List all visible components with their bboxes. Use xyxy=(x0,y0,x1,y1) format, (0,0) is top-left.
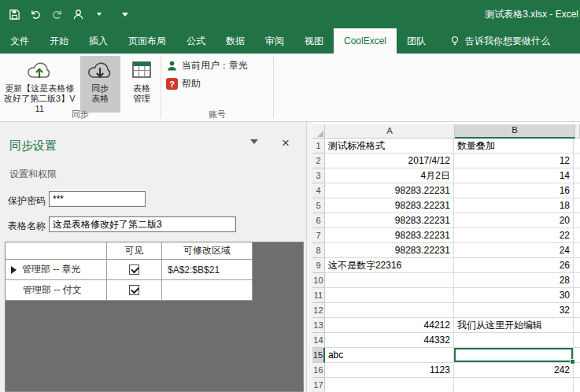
table-name-input[interactable] xyxy=(49,216,236,232)
col-header-a[interactable]: A xyxy=(325,124,455,139)
grid-cell-name[interactable]: 管理部 -- 付文 xyxy=(6,280,107,301)
tell-me-box[interactable]: 告诉我你想要做什么 xyxy=(439,28,560,54)
cell[interactable]: 测试标准格式 xyxy=(325,139,454,153)
row-header[interactable]: 3 xyxy=(312,168,325,183)
qat-customize-icon[interactable] xyxy=(119,8,131,20)
tab-coolexcel[interactable]: CoolExcel xyxy=(334,28,397,54)
row-header[interactable]: 7 xyxy=(312,228,325,243)
cell[interactable] xyxy=(325,288,454,303)
cell[interactable] xyxy=(574,273,580,288)
cell[interactable] xyxy=(574,378,580,392)
cell[interactable]: abc xyxy=(325,348,454,363)
help-button[interactable]: ? 帮助 xyxy=(166,77,273,91)
row-header[interactable]: 15 xyxy=(312,348,325,363)
tab-data[interactable]: 数据 xyxy=(216,28,255,54)
cell[interactable]: 这不是数字22316 xyxy=(325,258,454,273)
table-manage-button[interactable]: 表格管理 xyxy=(123,56,161,113)
cell[interactable] xyxy=(574,213,580,228)
cell[interactable] xyxy=(574,333,580,348)
tab-home[interactable]: 开始 xyxy=(39,28,79,54)
pane-splitter[interactable] xyxy=(307,122,312,392)
cell[interactable] xyxy=(574,153,580,168)
row-header[interactable]: 9 xyxy=(312,258,325,273)
col-header-b[interactable]: B xyxy=(455,124,575,139)
cell[interactable] xyxy=(454,333,574,348)
pane-options-button[interactable] xyxy=(250,144,258,158)
cell[interactable]: 24 xyxy=(454,243,574,258)
cell[interactable] xyxy=(574,228,580,243)
grid-cell-range[interactable]: $A$2:$B$21 xyxy=(162,260,253,280)
password-input[interactable] xyxy=(49,191,146,207)
cell[interactable]: 242 xyxy=(454,363,574,378)
tab-insert[interactable]: 插入 xyxy=(79,28,118,54)
tab-team[interactable]: 团队 xyxy=(397,28,436,54)
cell[interactable]: 1123 xyxy=(325,363,454,378)
cell[interactable] xyxy=(574,183,580,198)
row-header[interactable]: 14 xyxy=(312,333,325,348)
cell[interactable] xyxy=(574,363,580,378)
cell[interactable] xyxy=(574,139,580,153)
cell[interactable] xyxy=(574,258,580,273)
grid-cell-range[interactable] xyxy=(162,280,253,301)
row-header[interactable]: 1 xyxy=(312,139,325,153)
cell[interactable] xyxy=(325,273,454,288)
cell[interactable]: 98283.22231 xyxy=(325,228,454,243)
user-account-icon[interactable] xyxy=(72,8,84,20)
pane-close-button[interactable]: × xyxy=(279,135,293,151)
cell[interactable] xyxy=(454,378,574,392)
sync-table-button[interactable]: 同步表格 xyxy=(80,56,121,113)
row-header[interactable]: 17 xyxy=(312,378,325,392)
tab-page-layout[interactable]: 页面布局 xyxy=(118,28,176,54)
grid-cell-name[interactable]: 管理部 -- 章光 xyxy=(6,260,107,280)
cell[interactable] xyxy=(574,318,580,333)
row-header[interactable]: 8 xyxy=(312,243,325,258)
cell[interactable] xyxy=(574,303,580,318)
tab-review[interactable]: 审阅 xyxy=(255,28,294,54)
cell[interactable]: 98283.22231 xyxy=(325,183,454,198)
tab-file[interactable]: 文件 xyxy=(0,28,39,54)
cell[interactable]: 32 xyxy=(454,303,574,318)
update-table-button[interactable]: 更新【这是表格修改好了第二版3】V11 xyxy=(2,56,78,113)
row-header[interactable]: 2 xyxy=(312,153,325,168)
cell[interactable]: 我们从这里开始编辑 xyxy=(454,318,574,333)
visible-checkbox[interactable] xyxy=(129,285,139,295)
cell[interactable]: 22 xyxy=(454,228,574,243)
col-header-extra[interactable] xyxy=(575,124,580,139)
cell[interactable]: 12 xyxy=(454,153,574,168)
tab-formulas[interactable]: 公式 xyxy=(176,28,216,54)
row-header[interactable]: 6 xyxy=(312,213,325,228)
cell[interactable]: 30 xyxy=(454,288,574,303)
cell[interactable]: 20 xyxy=(454,213,574,228)
cell[interactable] xyxy=(325,303,454,318)
select-all-corner[interactable] xyxy=(312,124,325,139)
undo-icon[interactable] xyxy=(29,8,42,20)
cell[interactable]: 28 xyxy=(454,273,574,288)
cell[interactable] xyxy=(574,198,580,213)
cell[interactable]: 4月2日 xyxy=(325,168,454,183)
row-header[interactable]: 11 xyxy=(312,288,325,303)
cell[interactable]: 98283.22231 xyxy=(325,198,454,213)
save-icon[interactable] xyxy=(8,8,20,20)
cell[interactable]: 14 xyxy=(454,168,574,183)
current-user-button[interactable]: 当前用户：章光 xyxy=(166,59,273,72)
row-header[interactable]: 16 xyxy=(312,363,325,378)
cell[interactable] xyxy=(325,378,454,392)
redo-icon[interactable] xyxy=(50,8,63,20)
row-header[interactable]: 12 xyxy=(312,303,325,318)
cell[interactable]: 18 xyxy=(454,198,574,213)
cell[interactable] xyxy=(574,243,580,258)
cell[interactable] xyxy=(574,288,580,303)
cell[interactable]: 98283.22231 xyxy=(325,213,454,228)
cell[interactable] xyxy=(574,168,580,183)
cell[interactable]: 98283.22231 xyxy=(325,243,454,258)
account-dropdown-icon[interactable] xyxy=(93,8,105,20)
cell[interactable]: 44212 xyxy=(325,318,454,333)
cell[interactable]: 2017/4/12 xyxy=(325,153,454,168)
cell[interactable]: 26 xyxy=(454,258,574,273)
visible-checkbox[interactable] xyxy=(129,264,139,275)
row-header[interactable]: 10 xyxy=(312,273,325,288)
cell[interactable]: 44332 xyxy=(325,333,454,348)
row-header[interactable]: 5 xyxy=(312,198,325,213)
cell[interactable]: 16 xyxy=(454,183,574,198)
row-header[interactable]: 13 xyxy=(312,318,325,333)
